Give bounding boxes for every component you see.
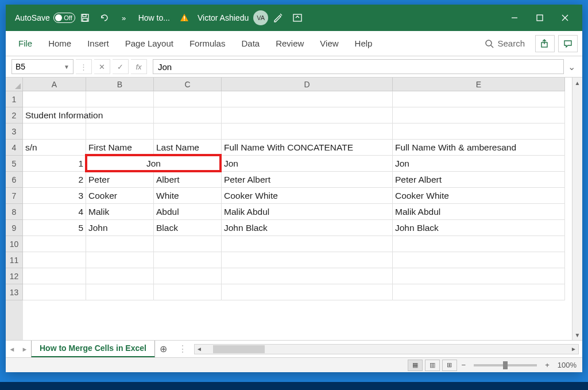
cell-E6[interactable]: Peter Albert <box>393 172 565 188</box>
cell-C1[interactable] <box>154 91 222 107</box>
column-header-C[interactable]: C <box>154 78 222 91</box>
row-header-12[interactable]: 12 <box>6 268 23 284</box>
row-header-5[interactable]: 5 <box>6 156 23 172</box>
cell-C3[interactable] <box>154 123 222 140</box>
cell-C8[interactable]: Abdul <box>154 204 222 220</box>
cell-A11[interactable] <box>23 252 86 268</box>
cell-B4[interactable]: First Name <box>86 140 154 156</box>
cell-D6[interactable]: Peter Albert <box>222 172 393 188</box>
vertical-scrollbar[interactable]: ▲ ▼ <box>572 78 582 340</box>
cell-C12[interactable] <box>154 268 222 284</box>
tab-data[interactable]: Data <box>233 31 268 56</box>
row-header-9[interactable]: 9 <box>6 220 23 236</box>
cell-E4[interactable]: Full Name With & amberesand <box>393 140 565 156</box>
cell-B3[interactable] <box>86 123 154 140</box>
normal-view-button[interactable]: ▦ <box>408 360 423 371</box>
save-icon[interactable] <box>75 8 95 28</box>
cell-D5[interactable]: Jon <box>222 156 393 172</box>
column-header-E[interactable]: E <box>393 78 565 91</box>
tab-help[interactable]: Help <box>347 31 381 56</box>
toggle-switch[interactable]: Off <box>53 13 75 23</box>
cell-A2[interactable]: Student Information <box>23 107 86 123</box>
row-header-7[interactable]: 7 <box>6 188 23 204</box>
cell-A7[interactable]: 3 <box>23 188 86 204</box>
user-block[interactable]: Victor Ashiedu VA <box>198 10 268 25</box>
cell-D11[interactable] <box>222 252 393 268</box>
chevron-down-icon[interactable]: ▼ <box>64 64 69 70</box>
cell-C7[interactable]: White <box>154 188 222 204</box>
cells-area[interactable]: Student Informations/nFirst NameLast Nam… <box>23 91 565 340</box>
cell-A12[interactable] <box>23 268 86 284</box>
cell-D4[interactable]: Full Name With CONCATENATE <box>222 140 393 156</box>
cell-D7[interactable]: Cooker White <box>222 188 393 204</box>
row-header-6[interactable]: 6 <box>6 172 23 188</box>
maximize-button[interactable] <box>527 5 552 31</box>
cell-A5[interactable]: 1 <box>23 156 86 172</box>
row-header-11[interactable]: 11 <box>6 252 23 268</box>
cell-C4[interactable]: Last Name <box>154 140 222 156</box>
cell-A10[interactable] <box>23 236 86 252</box>
cell-B12[interactable] <box>86 268 154 284</box>
row-header-8[interactable]: 8 <box>6 204 23 220</box>
row-header-13[interactable]: 13 <box>6 284 23 300</box>
cell-C11[interactable] <box>154 252 222 268</box>
tab-file[interactable]: File <box>10 31 40 56</box>
cell-D2[interactable] <box>222 107 393 123</box>
cell-D8[interactable]: Malik Abdul <box>222 204 393 220</box>
zoom-out-button[interactable]: − <box>459 361 469 369</box>
fx-button[interactable]: fx <box>131 59 147 74</box>
cell-B11[interactable] <box>86 252 154 268</box>
row-header-3[interactable]: 3 <box>6 123 23 140</box>
cell-E9[interactable]: John Black <box>393 220 565 236</box>
page-break-view-button[interactable]: ⊞ <box>442 360 457 371</box>
enter-formula-button[interactable]: ✓ <box>113 59 129 74</box>
zoom-in-button[interactable]: + <box>543 361 552 369</box>
cell-E11[interactable] <box>393 252 565 268</box>
hscroll-left-icon[interactable]: ◄ <box>195 345 204 354</box>
tab-split-grip[interactable]: ⋮ <box>178 343 188 354</box>
cell-C2[interactable] <box>154 107 222 123</box>
minimize-button[interactable] <box>502 5 527 31</box>
cell-D10[interactable] <box>222 236 393 252</box>
cell-B6[interactable]: Peter <box>86 172 154 188</box>
warning-icon[interactable] <box>175 8 194 28</box>
column-header-B[interactable]: B <box>86 78 154 91</box>
tab-view[interactable]: View <box>312 31 346 56</box>
cell-E5[interactable]: Jon <box>393 156 565 172</box>
cell-B10[interactable] <box>86 236 154 252</box>
cell-D9[interactable]: John Black <box>222 220 393 236</box>
cell-A3[interactable] <box>23 123 86 140</box>
cell-C10[interactable] <box>154 236 222 252</box>
cell-B8[interactable]: Malik <box>86 204 154 220</box>
select-all-corner[interactable] <box>6 78 23 91</box>
row-header-10[interactable]: 10 <box>6 236 23 252</box>
tab-formulas[interactable]: Formulas <box>181 31 234 56</box>
sheet-tab-active[interactable]: How to Merge Cells in Excel <box>31 341 155 358</box>
cell-B13[interactable] <box>86 284 154 300</box>
cell-E13[interactable] <box>393 284 565 300</box>
cell-E2[interactable] <box>393 107 565 123</box>
zoom-slider[interactable] <box>474 364 537 366</box>
search-box[interactable]: Search <box>478 38 532 48</box>
row-header-4[interactable]: 4 <box>6 140 23 156</box>
ribbon-display-icon[interactable] <box>288 8 307 28</box>
cell-B1[interactable] <box>86 91 154 107</box>
column-header-D[interactable]: D <box>222 78 393 91</box>
cell-B7[interactable]: Cooker <box>86 188 154 204</box>
tab-page-layout[interactable]: Page Layout <box>117 31 181 56</box>
cell-A1[interactable] <box>23 91 86 107</box>
name-box[interactable]: B5 ▼ <box>11 59 74 74</box>
qat-overflow-icon[interactable]: » <box>114 8 134 28</box>
cell-D13[interactable] <box>222 284 393 300</box>
cell-C9[interactable]: Black <box>154 220 222 236</box>
cell-A13[interactable] <box>23 284 86 300</box>
cell-D12[interactable] <box>222 268 393 284</box>
undo-icon[interactable] <box>95 8 114 28</box>
cancel-formula-button[interactable]: ✕ <box>94 59 110 74</box>
sheet-nav-prev[interactable]: ◄ <box>6 341 18 358</box>
cell-E7[interactable]: Cooker White <box>393 188 565 204</box>
comments-button[interactable] <box>558 35 578 52</box>
cell-A8[interactable]: 4 <box>23 204 86 220</box>
scroll-down-icon[interactable]: ▼ <box>572 330 582 340</box>
page-layout-view-button[interactable]: ▥ <box>425 360 440 371</box>
